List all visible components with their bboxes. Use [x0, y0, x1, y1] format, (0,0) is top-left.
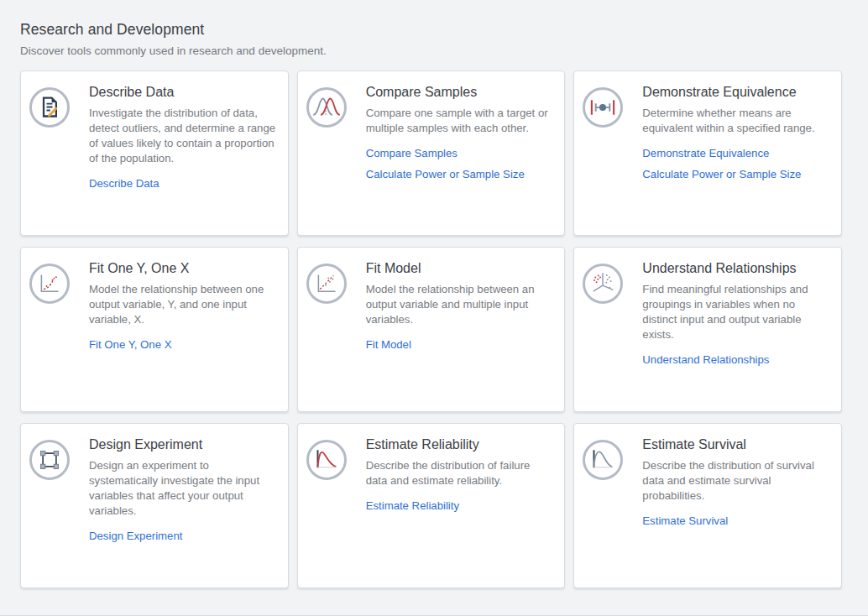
- fit-one-y-one-x-icon: [29, 264, 70, 304]
- estimate-reliability-icon: [306, 440, 347, 480]
- card-links: Fit Model: [366, 338, 555, 351]
- card-links: Understand Relationships: [642, 353, 831, 366]
- card-description: Find meaningful relationships and groupi…: [642, 282, 831, 342]
- understand-relationships-icon: [583, 264, 623, 304]
- tool-card: Demonstrate Equivalence Determine whethe…: [573, 70, 842, 236]
- page-subtitle: Discover tools commonly used in research…: [20, 44, 842, 57]
- card-links: Estimate Reliability: [366, 499, 555, 512]
- card-link[interactable]: Demonstrate Equivalence: [642, 147, 831, 159]
- tool-card: Fit One Y, One X Model the relationship …: [20, 247, 289, 412]
- card-link[interactable]: Estimate Reliability: [366, 499, 555, 512]
- estimate-survival-icon: [583, 440, 623, 480]
- card-description: Determine whether means are equivalent w…: [642, 106, 831, 136]
- card-link[interactable]: Fit One Y, One X: [89, 338, 278, 351]
- card-description: Compare one sample with a target or mult…: [366, 106, 555, 136]
- card-links: Fit One Y, One X: [89, 338, 278, 351]
- card-title: Understand Relationships: [642, 261, 831, 276]
- card-title: Compare Samples: [366, 85, 555, 100]
- card-link[interactable]: Calculate Power or Sample Size: [366, 168, 555, 180]
- card-link[interactable]: Understand Relationships: [642, 353, 831, 366]
- describe-data-icon: [29, 87, 70, 128]
- tool-card: Estimate Survival Describe the distribut…: [573, 423, 842, 588]
- cards-grid: Describe Data Investigate the distributi…: [20, 70, 842, 588]
- page-title: Research and Development: [20, 21, 842, 39]
- fit-model-icon: [306, 264, 347, 304]
- card-title: Fit One Y, One X: [89, 261, 278, 276]
- tool-card: Understand Relationships Find meaningful…: [573, 247, 842, 412]
- card-links: Estimate Survival: [642, 514, 831, 527]
- tool-card: Design Experiment Design an experiment t…: [20, 423, 289, 588]
- card-title: Describe Data: [89, 85, 278, 100]
- tool-card: Fit Model Model the relationship between…: [297, 247, 566, 412]
- tool-card: Compare Samples Compare one sample with …: [297, 70, 566, 236]
- card-description: Model the relationship between one outpu…: [89, 282, 278, 327]
- card-links: Demonstrate EquivalenceCalculate Power o…: [642, 147, 831, 180]
- card-links: Describe Data: [89, 177, 278, 190]
- card-link[interactable]: Compare Samples: [366, 147, 555, 159]
- card-title: Design Experiment: [89, 437, 278, 452]
- card-title: Fit Model: [366, 261, 555, 276]
- card-description: Design an experiment to systematically i…: [89, 458, 278, 519]
- card-link[interactable]: Design Experiment: [89, 530, 278, 542]
- card-links: Compare SamplesCalculate Power or Sample…: [366, 147, 555, 180]
- card-title: Estimate Survival: [642, 437, 831, 452]
- design-experiment-icon: [29, 440, 70, 480]
- card-link[interactable]: Fit Model: [366, 338, 555, 351]
- card-title: Demonstrate Equivalence: [642, 85, 831, 100]
- compare-samples-icon: [306, 87, 347, 128]
- card-description: Describe the distribution of survival da…: [642, 458, 831, 504]
- card-title: Estimate Reliability: [366, 437, 555, 452]
- research-development-page: Research and Development Discover tools …: [0, 0, 868, 616]
- card-link[interactable]: Calculate Power or Sample Size: [642, 168, 831, 180]
- card-description: Investigate the distribution of data, de…: [89, 106, 278, 166]
- card-description: Model the relationship between an output…: [366, 282, 555, 327]
- card-description: Describe the distribution of failure dat…: [366, 458, 555, 488]
- card-links: Design Experiment: [89, 530, 278, 542]
- demonstrate-equivalence-icon: [583, 87, 623, 128]
- card-link[interactable]: Describe Data: [89, 177, 278, 190]
- tool-card: Estimate Reliability Describe the distri…: [297, 423, 566, 588]
- card-link[interactable]: Estimate Survival: [642, 514, 831, 527]
- tool-card: Describe Data Investigate the distributi…: [20, 70, 289, 236]
